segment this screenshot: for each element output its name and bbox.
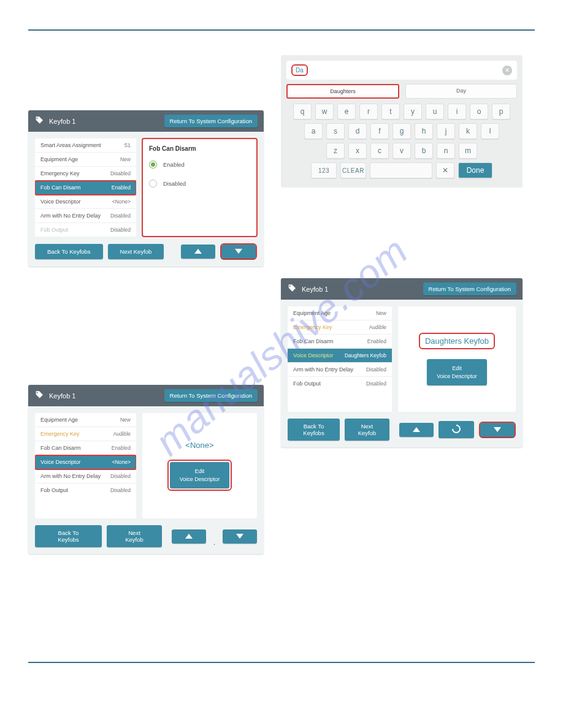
settings-list: Equipment AgeNew Emergency KeyAudible Fo… [288, 306, 392, 412]
edit-voice-descriptor-button[interactable]: EditVoice Descriptor [427, 359, 487, 385]
clear-input-icon[interactable]: ✕ [502, 66, 512, 75]
list-item-voice-descriptor[interactable]: Voice Descriptor<None> [35, 455, 136, 469]
settings-list: Smart Areas AssignmentS1 Equipment AgeNe… [35, 138, 136, 237]
key-g[interactable]: g [393, 123, 411, 139]
key-s[interactable]: s [326, 123, 345, 139]
key-l[interactable]: l [481, 123, 499, 139]
key-p[interactable]: p [492, 104, 510, 119]
panel-title: Keyfob 1 [49, 118, 164, 125]
panel-header: Keyfob 1 Return To System Configuration [28, 110, 264, 132]
tag-icon [287, 284, 302, 295]
key-w[interactable]: w [315, 104, 334, 119]
back-to-keyfobs-button[interactable]: Back To Keyfobs [35, 525, 102, 547]
key-done[interactable]: Done [458, 162, 492, 178]
scroll-up-button[interactable] [399, 423, 434, 437]
key-f[interactable]: f [370, 123, 389, 139]
key-c[interactable]: c [370, 143, 389, 159]
scroll-up-button[interactable] [181, 245, 215, 259]
back-to-keyfobs-button[interactable]: Back To Keyfobs [288, 419, 340, 441]
key-y[interactable]: y [404, 104, 422, 119]
list-item[interactable]: Equipment AgeNew [288, 306, 392, 320]
return-button[interactable]: Return To System Configuration [164, 115, 258, 127]
rule-top [28, 29, 535, 31]
edit-voice-descriptor-button[interactable]: EditVoice Descriptor [170, 462, 230, 488]
list-item-fob-can-disarm[interactable]: Fob Can DisarmEnabled [35, 181, 136, 195]
back-to-keyfobs-button[interactable]: Back To Keyfobs [35, 244, 103, 259]
key-row-3: z x c v b n m [286, 143, 517, 159]
key-row-1: q w e r t y u i o p [286, 104, 517, 119]
key-space[interactable] [370, 162, 432, 178]
key-d[interactable]: d [348, 123, 367, 139]
keyfob-panel-3: Keyfob 1 Return To System Configuration … [281, 278, 523, 447]
key-j[interactable]: j [437, 123, 455, 139]
keyfob-panel-4: Keyfob 1 Return To System Configuration … [28, 385, 264, 554]
scroll-up-button[interactable] [172, 529, 206, 544]
key-a[interactable]: a [304, 123, 323, 139]
radio-enabled[interactable]: Enabled [149, 161, 250, 169]
key-e[interactable]: e [337, 104, 356, 119]
detail-pane: Daughters Keyfob EditVoice Descriptor [398, 306, 516, 412]
key-row-2: a s d f g h j k l [286, 123, 517, 139]
key-n[interactable]: n [437, 143, 455, 159]
scroll-down-button[interactable] [223, 529, 257, 544]
scroll-down-button[interactable] [480, 423, 515, 437]
list-item[interactable]: Fob OutputDisabled [288, 377, 392, 390]
radio-disabled[interactable]: Disabled [149, 180, 250, 188]
list-item[interactable]: Fob OutputDisabled [35, 223, 136, 237]
settings-list: Equipment AgeNew Emergency KeyAudible Fo… [35, 413, 136, 518]
return-button[interactable]: Return To System Configuration [423, 282, 516, 295]
return-button[interactable]: Return To System Configuration [164, 389, 258, 402]
list-item[interactable]: Fob OutputDisabled [35, 483, 136, 497]
suggestion-2[interactable]: Day [405, 84, 517, 99]
key-r[interactable]: r [359, 104, 378, 119]
next-keyfob-button[interactable]: Next Keyfob [108, 244, 164, 259]
key-v[interactable]: v [393, 143, 411, 159]
list-item[interactable]: Arm with No Entry DelayDisabled [35, 469, 136, 483]
key-clear[interactable]: CLEAR [340, 162, 366, 178]
voice-descriptor-value: Daughters Keyfob [419, 333, 495, 349]
key-o[interactable]: o [470, 104, 488, 119]
key-k[interactable]: k [459, 123, 477, 139]
key-u[interactable]: u [426, 104, 444, 119]
onscreen-keyboard: Da ✕ Daughters Day q w e r t y u i o [281, 55, 523, 188]
tag-icon [34, 116, 49, 127]
panel-title: Keyfob 1 [302, 286, 423, 293]
key-numbers[interactable]: 123 [311, 162, 337, 178]
list-item[interactable]: Emergency KeyAudible [288, 320, 392, 335]
key-b[interactable]: b [415, 143, 433, 159]
panel-title: Keyfob 1 [49, 392, 164, 400]
undo-button[interactable] [439, 421, 474, 438]
list-item[interactable]: Fob Can DisarmEnabled [35, 441, 136, 455]
scroll-down-button[interactable] [221, 245, 256, 259]
panel-header: Keyfob 1 Return To System Configuration [281, 278, 523, 300]
detail-pane: Fob Can Disarm Enabled Disabled [142, 138, 257, 237]
key-i[interactable]: i [448, 104, 466, 119]
key-h[interactable]: h [415, 123, 433, 139]
detail-pane: <None> EditVoice Descriptor [142, 413, 257, 518]
list-item[interactable]: Arm with No Entry DelayDisabled [288, 363, 392, 377]
next-keyfob-button[interactable]: Next Keyfob [345, 419, 389, 441]
list-item[interactable]: Fob Can DisarmEnabled [288, 335, 392, 349]
panel-header: Keyfob 1 Return To System Configuration [28, 385, 264, 406]
next-keyfob-button[interactable]: Next Keyfob [107, 525, 162, 547]
list-item[interactable]: Equipment AgeNew [35, 153, 136, 167]
voice-descriptor-value: <None> [185, 441, 213, 450]
key-row-4: 123 CLEAR ✕ Done [286, 162, 517, 178]
key-z[interactable]: z [326, 143, 345, 159]
list-item[interactable]: Arm with No Entry DelayDisabled [35, 209, 136, 223]
text-input-bar[interactable]: Da ✕ [286, 61, 517, 80]
tag-icon [34, 390, 49, 401]
list-item[interactable]: Emergency KeyDisabled [35, 167, 136, 181]
suggestion-1[interactable]: Daughters [286, 84, 399, 99]
list-item[interactable]: Emergency KeyAudible [35, 427, 136, 441]
list-item[interactable]: Voice Descriptor<None> [35, 195, 136, 209]
list-item[interactable]: Equipment AgeNew [35, 413, 136, 427]
key-t[interactable]: t [381, 104, 400, 119]
key-x[interactable]: x [348, 143, 367, 159]
keyfob-panel-1: Keyfob 1 Return To System Configuration … [28, 110, 264, 267]
list-item-voice-descriptor[interactable]: Voice DescriptorDaughters Keyfob [288, 349, 392, 363]
key-m[interactable]: m [459, 143, 477, 159]
key-q[interactable]: q [293, 104, 312, 119]
list-item[interactable]: Smart Areas AssignmentS1 [35, 138, 136, 153]
key-backspace[interactable]: ✕ [436, 162, 454, 178]
